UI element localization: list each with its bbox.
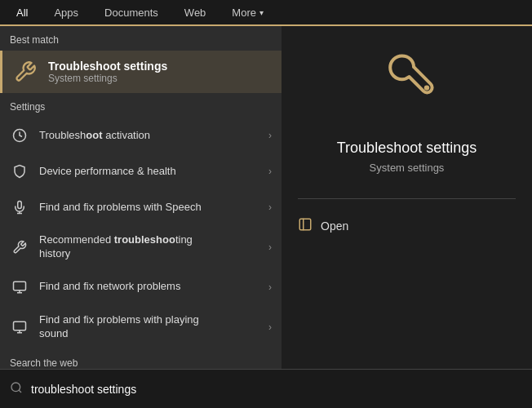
best-match-subtitle: System settings	[48, 73, 167, 84]
chevron-right-icon: ›	[268, 282, 272, 293]
chevron-right-icon: ›	[268, 242, 272, 253]
chevron-right-icon: ›	[268, 322, 272, 333]
list-item[interactable]: Find and fix problems with Speech ›	[0, 189, 282, 225]
tab-all[interactable]: All	[3, 0, 41, 26]
item-text-device-health: Device performance & health	[39, 165, 259, 179]
best-match-label: Best match	[0, 26, 282, 51]
best-match-item[interactable]: Troubleshoot settings System settings	[0, 51, 282, 93]
list-item[interactable]: Find and fix problems with playingsound …	[0, 305, 282, 349]
best-match-title: Troubleshoot settings	[48, 60, 167, 73]
list-item[interactable]: Troubleshoot activation ›	[0, 118, 282, 153]
left-panel: Best match Troubleshoot settings System …	[0, 26, 282, 369]
open-label: Open	[321, 220, 348, 233]
wrench-small-icon	[10, 237, 29, 257]
open-icon	[298, 217, 313, 235]
item-text-network: Find and fix network problems	[39, 280, 259, 294]
chevron-right-icon: ›	[268, 130, 272, 141]
divider	[298, 198, 516, 199]
tab-web[interactable]: Web	[171, 0, 219, 25]
item-text-sound: Find and fix problems with playingsound	[39, 313, 259, 341]
search-bar	[0, 369, 532, 408]
chevron-right-icon: ›	[268, 166, 272, 177]
large-wrench-icon	[375, 51, 440, 126]
main-content: Best match Troubleshoot settings System …	[0, 26, 532, 369]
item-text-speech: Find and fix problems with Speech	[39, 201, 259, 215]
chevron-down-icon: ▾	[259, 8, 264, 17]
search-icon	[10, 381, 23, 397]
svg-rect-4	[14, 282, 26, 290]
svg-point-12	[423, 85, 428, 90]
svg-line-15	[19, 390, 21, 392]
item-text-activation: Troubleshoot activation	[39, 129, 259, 143]
best-match-text: Troubleshoot settings System settings	[48, 60, 167, 84]
top-navigation: All Apps Documents Web More ▾	[0, 0, 532, 26]
svg-rect-13	[299, 219, 311, 230]
tab-apps[interactable]: Apps	[41, 0, 91, 25]
shield-icon	[10, 162, 29, 181]
settings-label: Settings	[0, 93, 282, 118]
wrench-icon	[12, 59, 38, 85]
tab-documents[interactable]: Documents	[91, 0, 171, 25]
svg-rect-1	[18, 202, 22, 209]
right-title: Troubleshoot settings	[337, 140, 477, 157]
right-subtitle: System settings	[370, 162, 445, 174]
sound-icon	[10, 317, 29, 337]
web-search-label: Search the web	[0, 349, 282, 369]
network-icon	[10, 277, 29, 297]
svg-point-14	[11, 383, 20, 392]
microphone-icon	[10, 197, 29, 217]
item-text-history: Recommended troubleshootinghistory	[39, 233, 259, 261]
list-item[interactable]: Find and fix network problems ›	[0, 269, 282, 305]
open-action[interactable]: Open	[298, 212, 516, 240]
list-item[interactable]: Recommended troubleshootinghistory ›	[0, 225, 282, 269]
chevron-right-icon: ›	[268, 202, 272, 213]
tab-more[interactable]: More ▾	[219, 0, 277, 25]
search-input[interactable]	[31, 383, 522, 396]
right-panel: Troubleshoot settings System settings Op…	[282, 26, 532, 369]
circle-icon	[10, 126, 29, 145]
svg-rect-7	[14, 322, 26, 330]
list-item[interactable]: Device performance & health ›	[0, 153, 282, 189]
